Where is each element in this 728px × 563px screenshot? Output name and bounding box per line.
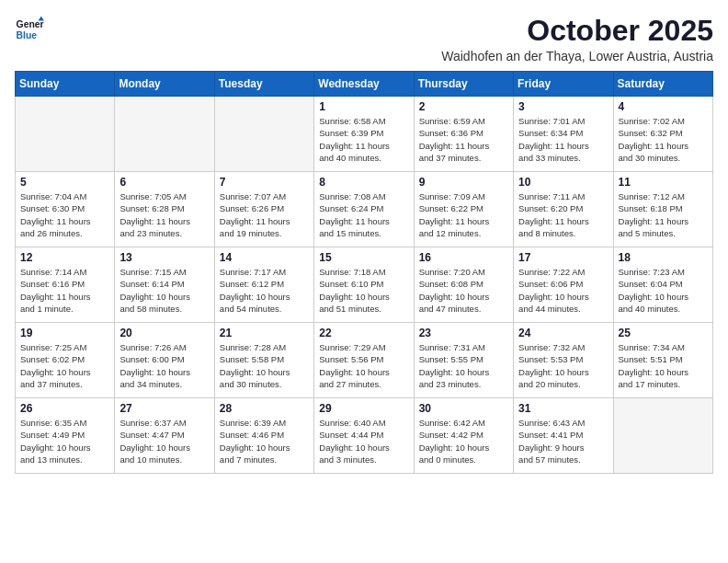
day-cell: 12Sunrise: 7:14 AM Sunset: 6:16 PM Dayli… <box>16 247 115 323</box>
day-cell: 1Sunrise: 6:58 AM Sunset: 6:39 PM Daylig… <box>314 97 414 172</box>
day-info: Sunrise: 7:08 AM Sunset: 6:24 PM Dayligh… <box>319 190 408 239</box>
day-number: 15 <box>319 251 408 264</box>
day-cell: 11Sunrise: 7:12 AM Sunset: 6:18 PM Dayli… <box>613 172 712 247</box>
day-info: Sunrise: 7:32 AM Sunset: 5:53 PM Dayligh… <box>518 341 608 390</box>
day-info: Sunrise: 6:59 AM Sunset: 6:36 PM Dayligh… <box>419 115 508 164</box>
weekday-header-saturday: Saturday <box>613 72 712 97</box>
day-cell: 9Sunrise: 7:09 AM Sunset: 6:22 PM Daylig… <box>414 172 513 247</box>
day-number: 26 <box>20 402 109 415</box>
day-number: 9 <box>419 176 508 189</box>
day-number: 13 <box>119 251 209 264</box>
weekday-header-tuesday: Tuesday <box>214 72 313 97</box>
day-number: 23 <box>419 327 508 339</box>
day-cell: 8Sunrise: 7:08 AM Sunset: 6:24 PM Daylig… <box>314 172 414 247</box>
svg-text:Blue: Blue <box>17 30 38 40</box>
day-number: 21 <box>220 327 309 339</box>
day-number: 30 <box>419 402 508 415</box>
day-info: Sunrise: 7:23 AM Sunset: 6:04 PM Dayligh… <box>619 266 708 315</box>
day-info: Sunrise: 6:35 AM Sunset: 4:49 PM Dayligh… <box>20 417 109 465</box>
day-info: Sunrise: 6:42 AM Sunset: 4:42 PM Dayligh… <box>419 417 508 465</box>
month-title: October 2025 <box>441 15 713 47</box>
day-info: Sunrise: 7:04 AM Sunset: 6:30 PM Dayligh… <box>20 190 109 239</box>
day-number: 17 <box>518 251 608 264</box>
day-number: 11 <box>619 176 708 189</box>
day-number: 29 <box>319 402 408 415</box>
week-row-5: 26Sunrise: 6:35 AM Sunset: 4:49 PM Dayli… <box>16 398 713 474</box>
day-info: Sunrise: 7:09 AM Sunset: 6:22 PM Dayligh… <box>419 190 508 239</box>
day-info: Sunrise: 7:14 AM Sunset: 6:16 PM Dayligh… <box>20 266 109 315</box>
day-cell: 23Sunrise: 7:31 AM Sunset: 5:55 PM Dayli… <box>414 323 513 398</box>
day-cell: 18Sunrise: 7:23 AM Sunset: 6:04 PM Dayli… <box>613 247 712 323</box>
day-info: Sunrise: 6:40 AM Sunset: 4:44 PM Dayligh… <box>319 417 408 465</box>
day-info: Sunrise: 7:11 AM Sunset: 6:20 PM Dayligh… <box>518 190 608 239</box>
day-number: 24 <box>518 327 608 339</box>
day-info: Sunrise: 7:34 AM Sunset: 5:51 PM Dayligh… <box>619 341 708 390</box>
weekday-header-monday: Monday <box>115 72 214 97</box>
day-cell <box>16 97 115 172</box>
calendar-table: SundayMondayTuesdayWednesdayThursdayFrid… <box>15 71 713 474</box>
day-number: 18 <box>619 251 708 264</box>
page-header: General Blue General Blue October 2025 W… <box>15 15 713 63</box>
week-row-3: 12Sunrise: 7:14 AM Sunset: 6:16 PM Dayli… <box>16 247 713 323</box>
day-number: 20 <box>119 327 209 339</box>
location-subtitle: Waidhofen an der Thaya, Lower Austria, A… <box>441 49 713 63</box>
week-row-4: 19Sunrise: 7:25 AM Sunset: 6:02 PM Dayli… <box>16 323 713 398</box>
day-cell: 25Sunrise: 7:34 AM Sunset: 5:51 PM Dayli… <box>613 323 712 398</box>
day-cell: 2Sunrise: 6:59 AM Sunset: 6:36 PM Daylig… <box>414 97 513 172</box>
day-info: Sunrise: 7:17 AM Sunset: 6:12 PM Dayligh… <box>220 266 309 315</box>
day-cell: 19Sunrise: 7:25 AM Sunset: 6:02 PM Dayli… <box>16 323 115 398</box>
day-info: Sunrise: 7:02 AM Sunset: 6:32 PM Dayligh… <box>619 115 708 164</box>
day-info: Sunrise: 7:05 AM Sunset: 6:28 PM Dayligh… <box>119 190 209 239</box>
day-info: Sunrise: 7:07 AM Sunset: 6:26 PM Dayligh… <box>220 190 309 239</box>
weekday-header-sunday: Sunday <box>16 72 115 97</box>
day-info: Sunrise: 7:18 AM Sunset: 6:10 PM Dayligh… <box>319 266 408 315</box>
day-cell: 20Sunrise: 7:26 AM Sunset: 6:00 PM Dayli… <box>115 323 214 398</box>
day-cell: 4Sunrise: 7:02 AM Sunset: 6:32 PM Daylig… <box>613 97 712 172</box>
day-cell: 14Sunrise: 7:17 AM Sunset: 6:12 PM Dayli… <box>214 247 313 323</box>
day-number: 1 <box>319 100 408 113</box>
weekday-header-wednesday: Wednesday <box>314 72 414 97</box>
day-info: Sunrise: 7:12 AM Sunset: 6:18 PM Dayligh… <box>619 190 708 239</box>
day-cell: 10Sunrise: 7:11 AM Sunset: 6:20 PM Dayli… <box>514 172 613 247</box>
day-info: Sunrise: 7:01 AM Sunset: 6:34 PM Dayligh… <box>518 115 608 164</box>
day-info: Sunrise: 6:39 AM Sunset: 4:46 PM Dayligh… <box>220 417 309 465</box>
day-number: 4 <box>619 100 708 113</box>
day-cell: 3Sunrise: 7:01 AM Sunset: 6:34 PM Daylig… <box>514 97 613 172</box>
day-cell: 6Sunrise: 7:05 AM Sunset: 6:28 PM Daylig… <box>115 172 214 247</box>
day-cell <box>613 398 712 474</box>
day-number: 28 <box>220 402 309 415</box>
logo-icon: General Blue <box>15 15 44 44</box>
day-info: Sunrise: 7:25 AM Sunset: 6:02 PM Dayligh… <box>20 341 109 390</box>
day-cell: 27Sunrise: 6:37 AM Sunset: 4:47 PM Dayli… <box>115 398 214 474</box>
day-info: Sunrise: 7:29 AM Sunset: 5:56 PM Dayligh… <box>319 341 408 390</box>
day-info: Sunrise: 7:26 AM Sunset: 6:00 PM Dayligh… <box>119 341 209 390</box>
day-number: 27 <box>119 402 209 415</box>
day-cell: 21Sunrise: 7:28 AM Sunset: 5:58 PM Dayli… <box>214 323 313 398</box>
day-cell: 30Sunrise: 6:42 AM Sunset: 4:42 PM Dayli… <box>414 398 513 474</box>
day-cell: 5Sunrise: 7:04 AM Sunset: 6:30 PM Daylig… <box>16 172 115 247</box>
day-info: Sunrise: 7:20 AM Sunset: 6:08 PM Dayligh… <box>419 266 508 315</box>
day-number: 12 <box>20 251 109 264</box>
day-info: Sunrise: 7:22 AM Sunset: 6:06 PM Dayligh… <box>518 266 608 315</box>
day-number: 25 <box>619 327 708 339</box>
day-number: 7 <box>220 176 309 189</box>
day-info: Sunrise: 6:43 AM Sunset: 4:41 PM Dayligh… <box>518 417 608 465</box>
weekday-header-friday: Friday <box>514 72 613 97</box>
day-cell: 24Sunrise: 7:32 AM Sunset: 5:53 PM Dayli… <box>514 323 613 398</box>
day-info: Sunrise: 7:15 AM Sunset: 6:14 PM Dayligh… <box>119 266 209 315</box>
weekday-header-row: SundayMondayTuesdayWednesdayThursdayFrid… <box>16 72 713 97</box>
day-number: 3 <box>518 100 608 113</box>
day-cell: 29Sunrise: 6:40 AM Sunset: 4:44 PM Dayli… <box>314 398 414 474</box>
day-cell: 28Sunrise: 6:39 AM Sunset: 4:46 PM Dayli… <box>214 398 313 474</box>
day-cell: 13Sunrise: 7:15 AM Sunset: 6:14 PM Dayli… <box>115 247 214 323</box>
day-cell: 31Sunrise: 6:43 AM Sunset: 4:41 PM Dayli… <box>514 398 613 474</box>
day-number: 16 <box>419 251 508 264</box>
day-cell: 26Sunrise: 6:35 AM Sunset: 4:49 PM Dayli… <box>16 398 115 474</box>
day-number: 5 <box>20 176 109 189</box>
day-number: 22 <box>319 327 408 339</box>
day-info: Sunrise: 6:58 AM Sunset: 6:39 PM Dayligh… <box>319 115 408 164</box>
day-number: 10 <box>518 176 608 189</box>
day-cell <box>115 97 214 172</box>
day-number: 8 <box>319 176 408 189</box>
day-cell: 7Sunrise: 7:07 AM Sunset: 6:26 PM Daylig… <box>214 172 313 247</box>
